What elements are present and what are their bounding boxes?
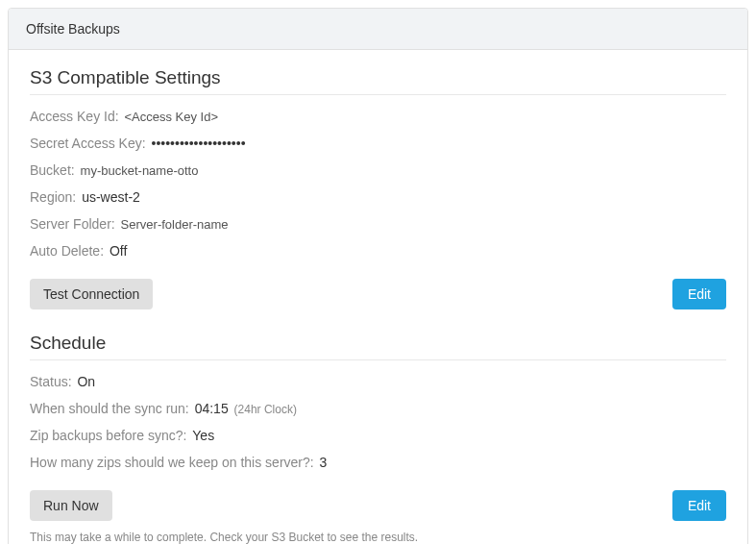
panel-title: Offsite Backups xyxy=(9,9,747,50)
server-folder-row: Server Folder: Server-folder-name xyxy=(30,214,726,235)
region-row: Region: us-west-2 xyxy=(30,187,726,208)
bucket-value: my-bucket-name-otto xyxy=(81,163,199,178)
sync-time-value: 04:15 xyxy=(195,401,229,416)
secret-key-row: Secret Access Key: •••••••••••••••••••• xyxy=(30,134,726,154)
panel-body: S3 Compatible Settings Access Key Id: <A… xyxy=(9,50,747,544)
sync-time-row: When should the sync run: 04:15 (24hr Cl… xyxy=(30,399,726,419)
schedule-button-row: Run Now Edit xyxy=(30,490,726,521)
sync-time-label: When should the sync run: xyxy=(30,401,189,416)
sync-time-note: (24hr Clock) xyxy=(234,403,297,416)
server-folder-value: Server-folder-name xyxy=(121,217,229,232)
secret-key-value: •••••••••••••••••••• xyxy=(152,136,246,151)
zip-label: Zip backups before sync?: xyxy=(30,428,186,443)
status-row: Status: On xyxy=(30,372,726,392)
s3-settings-heading: S3 Compatible Settings xyxy=(30,67,726,95)
auto-delete-row: Auto Delete: Off xyxy=(30,241,726,261)
test-connection-button[interactable]: Test Connection xyxy=(30,279,153,309)
secret-key-label: Secret Access Key: xyxy=(30,136,146,151)
status-value: On xyxy=(77,374,95,389)
auto-delete-label: Auto Delete: xyxy=(30,243,104,259)
run-now-button[interactable]: Run Now xyxy=(30,490,112,521)
s3-edit-button[interactable]: Edit xyxy=(672,279,726,309)
keep-row: How many zips should we keep on this ser… xyxy=(30,453,726,473)
schedule-edit-button[interactable]: Edit xyxy=(672,490,726,521)
region-label: Region: xyxy=(30,189,76,205)
offsite-backups-panel: Offsite Backups S3 Compatible Settings A… xyxy=(8,8,748,544)
s3-button-row: Test Connection Edit xyxy=(30,279,726,309)
access-key-value: <Access Key Id> xyxy=(124,110,218,124)
auto-delete-value: Off xyxy=(110,243,127,259)
server-folder-label: Server Folder: xyxy=(30,216,115,232)
region-value: us-west-2 xyxy=(82,189,140,205)
keep-label: How many zips should we keep on this ser… xyxy=(30,455,314,470)
bucket-row: Bucket: my-bucket-name-otto xyxy=(30,161,726,181)
access-key-row: Access Key Id: <Access Key Id> xyxy=(30,107,726,127)
zip-value: Yes xyxy=(192,428,214,443)
zip-row: Zip backups before sync?: Yes xyxy=(30,426,726,446)
access-key-label: Access Key Id: xyxy=(30,109,119,124)
keep-value: 3 xyxy=(320,455,328,470)
status-label: Status: xyxy=(30,374,72,389)
run-footnote: This may take a while to complete. Check… xyxy=(30,531,726,544)
schedule-heading: Schedule xyxy=(30,333,726,360)
bucket-label: Bucket: xyxy=(30,162,75,178)
